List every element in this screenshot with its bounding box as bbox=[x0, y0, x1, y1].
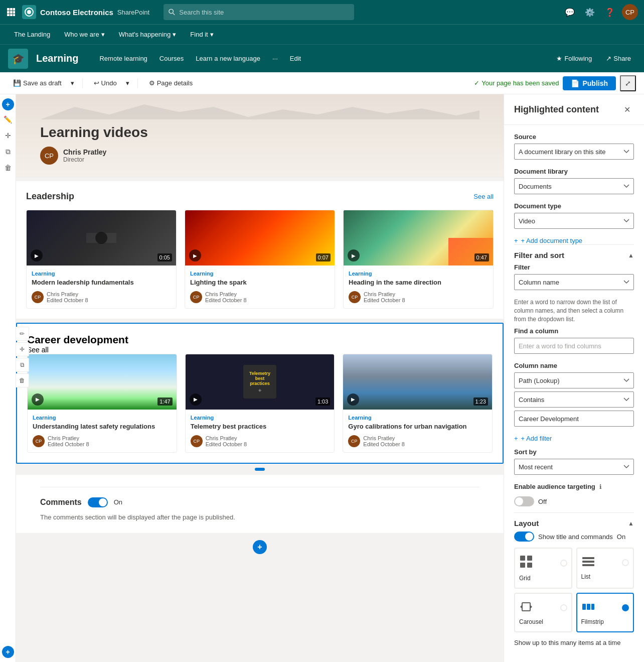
add-doc-type-link[interactable]: + + Add document type bbox=[514, 237, 634, 244]
add-section-top-button[interactable]: + bbox=[2, 98, 14, 110]
page-details-button[interactable]: ⚙ Page details bbox=[144, 77, 198, 89]
help-icon[interactable]: ❓ bbox=[602, 4, 618, 20]
doc-type-group: Document type Video bbox=[514, 202, 634, 229]
section-edit-icon[interactable]: ✏ bbox=[16, 327, 29, 341]
edit-icon[interactable]: ✏️ bbox=[1, 112, 15, 126]
comments-toggle[interactable] bbox=[88, 497, 108, 507]
chevron-down-icon: ▾ bbox=[210, 31, 214, 38]
section-duplicate-icon[interactable]: ⧉ bbox=[16, 358, 29, 372]
search-input[interactable] bbox=[179, 9, 349, 16]
layout-option-header-carousel bbox=[519, 600, 567, 615]
page-link-remote[interactable]: Remote learning bbox=[94, 52, 152, 65]
svg-rect-20 bbox=[582, 557, 594, 559]
page-link-language[interactable]: Learn a new language bbox=[191, 52, 265, 65]
undo-button[interactable]: ↩ Undo bbox=[89, 77, 122, 89]
author-avatar: CP bbox=[40, 147, 58, 165]
list-item[interactable]: ▶ 0:47 Learning Heading in the same dire… bbox=[343, 210, 494, 309]
expand-button[interactable]: ⤢ bbox=[620, 75, 636, 91]
add-icon: + bbox=[514, 435, 518, 442]
save-as-draft-button[interactable]: 💾 Save as draft bbox=[8, 77, 67, 89]
video-author: CP Chris PratleyEdited October 8 bbox=[190, 291, 330, 303]
chat-icon[interactable]: 💬 bbox=[562, 4, 578, 20]
grid-radio bbox=[560, 560, 567, 567]
layout-option-filmstrip[interactable]: Filmstrip bbox=[576, 593, 634, 632]
leadership-title: Leadership bbox=[26, 191, 74, 202]
column-name-select[interactable]: Path (Lookup) bbox=[514, 372, 634, 388]
audience-toggle[interactable] bbox=[514, 496, 534, 506]
author-details: Chris PratleyEdited October 8 bbox=[364, 291, 405, 303]
page-links: Remote learning Courses Learn a new lang… bbox=[94, 52, 306, 65]
filter-select[interactable]: Column name bbox=[514, 274, 634, 290]
layout-options: Grid List bbox=[514, 548, 634, 632]
duplicate-icon[interactable]: ⧉ bbox=[1, 145, 15, 159]
layout-icon-list bbox=[581, 555, 595, 570]
close-panel-button[interactable]: ✕ bbox=[620, 102, 634, 116]
video-tag: Learning bbox=[191, 415, 330, 421]
list-item[interactable]: ▶ 0:05 Learning Modern leadership fundam… bbox=[26, 210, 177, 309]
video-title: Modern leadership fundamentals bbox=[32, 279, 171, 287]
find-column-input[interactable] bbox=[514, 338, 634, 354]
career-see-all[interactable]: See all bbox=[27, 346, 49, 354]
chevron-down-icon: ▾ bbox=[173, 31, 176, 38]
brand[interactable]: Contoso Electronics SharePoint bbox=[22, 5, 149, 19]
undo-icon: ↩ bbox=[94, 79, 99, 87]
move-icon[interactable]: ✛ bbox=[1, 128, 15, 143]
list-item[interactable]: ▶ 0:07 Learning Lighting the spark CP Ch… bbox=[185, 210, 335, 309]
layout-toggle[interactable]: Layout ▲ bbox=[514, 512, 634, 532]
search-bar[interactable] bbox=[164, 4, 354, 20]
undo-dropdown-button[interactable]: ▾ bbox=[124, 77, 131, 89]
show-title-state: On bbox=[617, 533, 625, 541]
doc-library-select[interactable]: Documents bbox=[514, 178, 634, 194]
video-thumbnail: ▶ 0:47 bbox=[344, 210, 493, 266]
video-tag: Learning bbox=[190, 271, 330, 277]
section-move-icon[interactable]: ✛ bbox=[16, 342, 29, 356]
video-title: Telemetry best practices bbox=[191, 423, 330, 431]
helper-text: Enter a word to narrow down the list of … bbox=[514, 298, 634, 323]
site-nav-item-who[interactable]: Who we are ▾ bbox=[58, 28, 110, 41]
page-link-edit[interactable]: Edit bbox=[285, 52, 306, 65]
page-link-courses[interactable]: Courses bbox=[154, 52, 189, 65]
layout-option-list[interactable]: List bbox=[576, 548, 634, 589]
page-actions: ★ Following ↗ Share bbox=[551, 52, 636, 65]
layout-icon-carousel bbox=[519, 600, 533, 615]
waffle-icon[interactable] bbox=[6, 7, 16, 17]
filter-value-input[interactable] bbox=[514, 411, 634, 427]
show-title-toggle[interactable] bbox=[514, 532, 534, 542]
list-item[interactable]: Telemetrybestpractices ◈ ▶ 1:03 Learning… bbox=[185, 354, 335, 453]
page-link-more[interactable]: ··· bbox=[267, 52, 283, 65]
publish-button[interactable]: 📄 Publish bbox=[563, 76, 616, 90]
share-button[interactable]: ↗ Share bbox=[601, 52, 636, 65]
doc-type-select[interactable]: Video bbox=[514, 213, 634, 229]
add-section-bottom-button[interactable]: + bbox=[2, 646, 14, 658]
save-dropdown-button[interactable]: ▾ bbox=[69, 77, 76, 89]
add-icon: + bbox=[514, 237, 518, 244]
source-select[interactable]: A document library on this site bbox=[514, 144, 634, 160]
site-nav-item-happening[interactable]: What's happening ▾ bbox=[113, 28, 183, 41]
toolbar-separator-1 bbox=[82, 78, 83, 88]
video-tag: Learning bbox=[33, 415, 172, 421]
list-radio bbox=[622, 559, 629, 566]
author-details: Chris PratleyEdited October 8 bbox=[205, 291, 247, 303]
list-item[interactable]: ▶ 1:47 Learning Understanding latest saf… bbox=[27, 354, 177, 453]
sort-by-select[interactable]: Most recent bbox=[514, 459, 634, 475]
leadership-see-all[interactable]: See all bbox=[473, 193, 494, 200]
add-section-bottom: + bbox=[16, 537, 504, 557]
section-delete-icon[interactable]: 🗑 bbox=[16, 373, 29, 387]
layout-option-grid[interactable]: Grid bbox=[514, 548, 572, 589]
career-section-wrapper: ✏ ✛ ⧉ 🗑 Career development See all ▶ bbox=[16, 323, 504, 471]
layout-option-carousel[interactable]: Carousel bbox=[514, 593, 572, 632]
settings-icon[interactable]: ⚙️ bbox=[582, 4, 598, 20]
video-duration: 0:47 bbox=[474, 253, 489, 261]
filter-sort-toggle[interactable]: Filter and sort ▲ bbox=[514, 244, 634, 263]
add-filter-link[interactable]: + + Add filter bbox=[514, 435, 634, 442]
svg-marker-13 bbox=[40, 104, 479, 119]
contains-select[interactable]: Contains bbox=[514, 391, 634, 408]
add-section-bottom-btn[interactable]: + bbox=[253, 540, 267, 554]
site-nav-item-landing[interactable]: The Landing bbox=[8, 28, 56, 41]
following-button[interactable]: ★ Following bbox=[551, 52, 597, 65]
site-nav-item-findit[interactable]: Find it ▾ bbox=[184, 28, 219, 41]
delete-icon[interactable]: 🗑 bbox=[1, 161, 15, 175]
comments-section: Comments On The comments section will be… bbox=[16, 475, 504, 533]
avatar[interactable]: CP bbox=[622, 4, 638, 20]
list-item[interactable]: ▶ 1:23 Learning Gyro calibrations for ur… bbox=[343, 354, 493, 453]
